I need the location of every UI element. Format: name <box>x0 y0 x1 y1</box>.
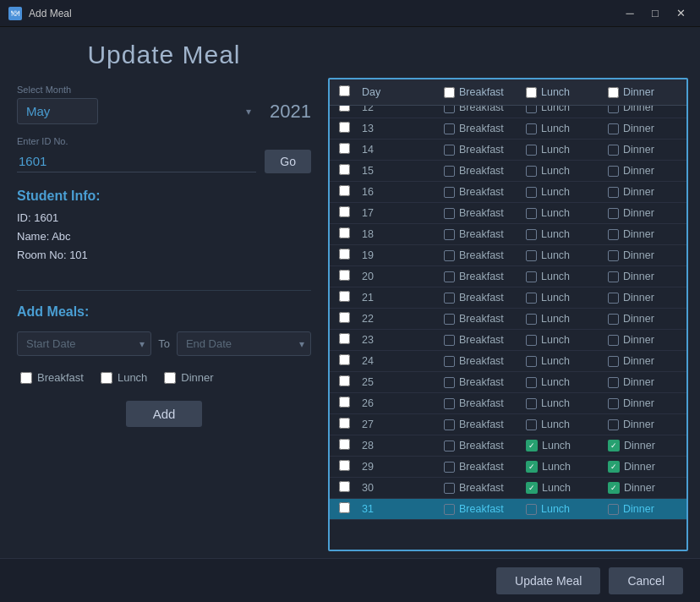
row-checkbox[interactable] <box>339 291 350 302</box>
row-check-cell <box>330 457 358 478</box>
row-checkbox[interactable] <box>339 185 350 196</box>
lunch-text: Lunch <box>541 376 570 388</box>
row-checkbox[interactable] <box>339 312 350 323</box>
dinner-cell: Dinner <box>604 287 686 309</box>
breakfast-cell: Breakfast <box>440 372 522 393</box>
row-check-cell <box>330 161 358 182</box>
header-lunch-label: Lunch <box>541 86 570 98</box>
breakfast-text: Breakfast <box>459 249 504 261</box>
dinner-text: Dinner <box>623 313 654 325</box>
breakfast-unchecked-icon <box>444 356 455 367</box>
breakfast-cell: Breakfast <box>440 457 522 478</box>
table-header: Day Breakfast Lunch <box>330 79 686 106</box>
row-check-cell <box>330 478 358 499</box>
lunch-cell: Lunch <box>522 393 604 414</box>
day-cell: 15 <box>358 161 440 182</box>
breakfast-cell: Breakfast <box>440 118 522 140</box>
update-meal-button[interactable]: Update Meal <box>496 567 600 594</box>
row-check-cell <box>330 309 358 330</box>
dinner-cell: Dinner <box>604 224 686 245</box>
row-checkbox[interactable] <box>339 164 350 175</box>
lunch-checked-icon <box>526 440 538 452</box>
breakfast-cell: Breakfast <box>440 287 522 309</box>
dinner-text: Dinner <box>623 292 654 304</box>
dinner-text: Dinner <box>623 123 654 134</box>
row-check-cell <box>330 118 358 140</box>
add-btn-row: Add <box>17 401 311 427</box>
row-checkbox[interactable] <box>339 227 350 238</box>
lunch-cell: Lunch <box>522 287 604 309</box>
month-select[interactable]: JanuaryFebruaryMarchAprilMayJuneJulyAugu… <box>17 98 98 124</box>
breakfast-unchecked-icon <box>444 208 455 219</box>
lunch-checkbox[interactable] <box>101 372 112 384</box>
dinner-unchecked-icon <box>608 398 619 409</box>
row-check-cell <box>330 372 358 393</box>
row-checkbox[interactable] <box>339 439 350 450</box>
all-lunch-checkbox[interactable] <box>526 87 537 98</box>
dinner-unchecked-icon <box>608 377 619 388</box>
table-row: 31BreakfastLunchDinner <box>330 499 686 520</box>
row-checkbox[interactable] <box>339 460 350 471</box>
lunch-unchecked-icon <box>526 356 537 367</box>
row-check-cell <box>330 266 358 287</box>
lunch-text: Lunch <box>541 123 570 134</box>
breakfast-checkbox-label[interactable]: Breakfast <box>20 371 84 384</box>
row-checkbox[interactable] <box>339 122 350 133</box>
breakfast-cell: Breakfast <box>440 414 522 435</box>
minimize-button[interactable]: ─ <box>619 4 641 23</box>
id-input[interactable] <box>17 150 256 172</box>
left-panel: Update Meal Select Month JanuaryFebruary… <box>0 27 328 602</box>
close-button[interactable]: ✕ <box>670 4 692 23</box>
lunch-checkbox-label[interactable]: Lunch <box>101 371 147 384</box>
breakfast-text: Breakfast <box>459 440 504 452</box>
maximize-button[interactable]: □ <box>644 4 666 23</box>
breakfast-cell: Breakfast <box>440 203 522 224</box>
student-info-heading: Student Info: <box>17 189 311 204</box>
dinner-label: Dinner <box>181 371 213 384</box>
end-date-select[interactable]: End Date <box>177 331 311 356</box>
start-date-select[interactable]: Start Date <box>17 331 151 356</box>
row-checkbox[interactable] <box>339 249 350 260</box>
row-checkbox[interactable] <box>339 481 350 492</box>
table-row: 28BreakfastLunchDinner <box>330 435 686 457</box>
breakfast-text: Breakfast <box>459 123 504 134</box>
dinner-checkbox[interactable] <box>164 372 176 384</box>
meal-table-container: Day Breakfast Lunch <box>328 78 688 551</box>
breakfast-text: Breakfast <box>459 461 504 473</box>
go-button[interactable]: Go <box>265 150 311 173</box>
select-all-checkbox[interactable] <box>339 85 350 96</box>
lunch-cell: Lunch <box>522 414 604 435</box>
dinner-cell: Dinner <box>604 140 686 161</box>
row-checkbox[interactable] <box>339 375 350 386</box>
right-panel: Day Breakfast Lunch <box>328 27 700 602</box>
row-check-cell <box>330 140 358 161</box>
row-checkbox[interactable] <box>339 354 350 365</box>
add-button[interactable]: Add <box>126 401 203 427</box>
row-checkbox[interactable] <box>339 143 350 154</box>
all-dinner-checkbox[interactable] <box>608 87 619 98</box>
main-content: Update Meal Select Month JanuaryFebruary… <box>0 27 700 602</box>
row-checkbox[interactable] <box>339 333 350 344</box>
breakfast-unchecked-icon <box>444 504 455 515</box>
table-row: 27BreakfastLunchDinner <box>330 414 686 435</box>
lunch-cell: Lunch <box>522 266 604 287</box>
dinner-unchecked-icon <box>608 356 619 367</box>
cancel-button[interactable]: Cancel <box>609 567 683 594</box>
row-checkbox[interactable] <box>339 206 350 217</box>
breakfast-unchecked-icon <box>444 106 455 113</box>
dinner-text: Dinner <box>623 334 654 346</box>
row-checkbox[interactable] <box>339 106 350 112</box>
all-breakfast-checkbox[interactable] <box>444 87 455 98</box>
row-checkbox[interactable] <box>339 270 350 281</box>
breakfast-text: Breakfast <box>459 292 504 304</box>
dinner-text: Dinner <box>623 207 654 219</box>
row-checkbox[interactable] <box>339 502 350 513</box>
lunch-unchecked-icon <box>526 187 537 198</box>
header-dinner-label: Dinner <box>623 86 654 98</box>
breakfast-checkbox[interactable] <box>20 372 32 384</box>
lunch-unchecked-icon <box>526 271 537 282</box>
row-checkbox[interactable] <box>339 418 350 429</box>
row-checkbox[interactable] <box>339 397 350 408</box>
dinner-checkbox-label[interactable]: Dinner <box>164 371 213 384</box>
student-info: Student Info: ID: 1601 Name: Abc Room No… <box>17 189 311 265</box>
